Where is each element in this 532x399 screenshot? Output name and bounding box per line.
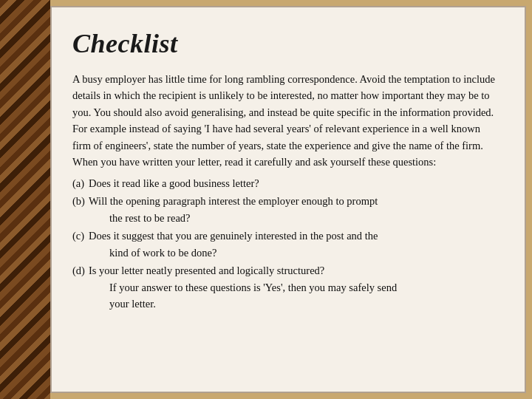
- list-continuation-d2: your letter.: [89, 298, 156, 310]
- list-continuation-d1: If your answer to these questions is 'Ye…: [89, 282, 397, 293]
- intro-paragraph: A busy employer has little time for long…: [72, 71, 501, 171]
- list-item: (c) Does it suggest that you are genuine…: [72, 228, 501, 261]
- list-continuation-c: kind of work to be done?: [89, 247, 216, 259]
- list-content-c: Does it suggest that you are genuinely i…: [89, 228, 501, 261]
- list-item: (b) Will the opening paragraph interest …: [72, 193, 501, 226]
- list-content-a: Does it read like a good business letter…: [89, 175, 501, 191]
- body-text: A busy employer has little time for long…: [72, 71, 501, 313]
- list-content-b: Will the opening paragraph interest the …: [89, 193, 501, 226]
- decorative-border: [0, 0, 50, 399]
- list-continuation-b: the rest to be read?: [89, 212, 191, 224]
- list-label-d: (d): [72, 262, 89, 312]
- list-label-a: (a): [72, 175, 89, 191]
- list-item: (a) Does it read like a good business le…: [72, 175, 501, 191]
- page-title: Checklist: [72, 28, 501, 59]
- main-content-area: Checklist A busy employer has little tim…: [50, 6, 526, 393]
- list-item: (d) Is your letter neatly presented and …: [72, 262, 501, 312]
- list-content-d: Is your letter neatly presented and logi…: [89, 262, 501, 312]
- list-label-c: (c): [72, 228, 89, 261]
- list-label-b: (b): [72, 193, 89, 226]
